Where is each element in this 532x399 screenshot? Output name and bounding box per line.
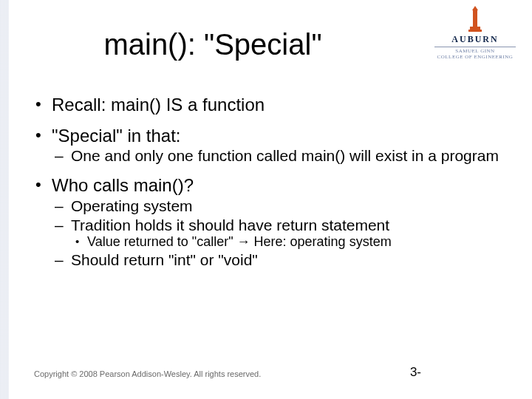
svg-rect-2 — [470, 27, 480, 30]
bullet-text: "Special" in that: — [52, 126, 180, 146]
tower-icon — [434, 6, 516, 33]
bullet-item: Who calls main()? Operating system Tradi… — [34, 175, 502, 269]
subbullet-item: Should return "int" or "void" — [52, 251, 502, 269]
subsubbullet-text: Value returned to "caller" → Here: opera… — [87, 234, 392, 249]
svg-marker-1 — [472, 6, 478, 10]
svg-rect-0 — [473, 9, 477, 27]
bullet-text: Who calls main()? — [52, 175, 194, 195]
subbullet-text: Tradition holds it should have return st… — [71, 216, 389, 233]
subbullet-text: One and only one function called main() … — [71, 147, 499, 164]
subbullet-item: Tradition holds it should have return st… — [52, 216, 502, 250]
subbullet-text: Operating system — [71, 197, 193, 214]
copyright: Copyright © 2008 Pearson Addison-Wesley.… — [34, 369, 261, 378]
slide-number: 3- — [410, 365, 421, 380]
logo-name: AUBURN — [434, 34, 516, 45]
subbullet-item: One and only one function called main() … — [52, 147, 502, 165]
bullet-text: Recall: main() IS a function — [52, 95, 265, 115]
subsubbullet-item: Value returned to "caller" → Here: opera… — [71, 234, 502, 250]
bullet-item: "Special" in that: One and only one func… — [34, 126, 502, 166]
logo-subline2: COLLEGE OF ENGINEERING — [434, 55, 516, 61]
subbullet-item: Operating system — [52, 197, 502, 215]
bullet-item: Recall: main() IS a function — [34, 95, 502, 115]
auburn-logo: AUBURN SAMUEL GINN COLLEGE OF ENGINEERIN… — [434, 6, 516, 60]
svg-rect-3 — [468, 30, 482, 32]
subbullet-text: Should return "int" or "void" — [71, 251, 258, 268]
slide-title: main(): "Special" — [0, 28, 426, 61]
slide-body: Recall: main() IS a function "Special" i… — [34, 95, 502, 279]
logo-divider — [434, 47, 516, 47]
